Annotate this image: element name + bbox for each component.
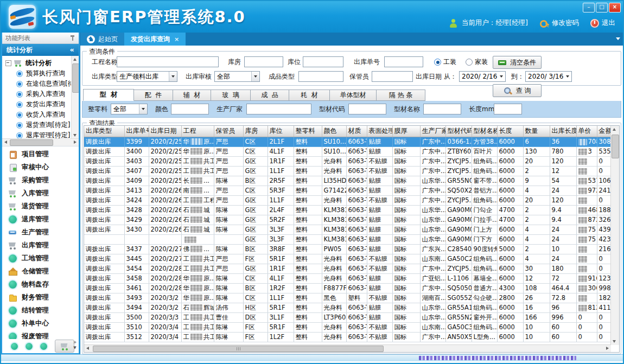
length-input[interactable]	[494, 104, 522, 114]
color-input[interactable]	[171, 104, 209, 114]
table-row[interactable]: 调拨出库35122020/3/4工共工程陈琳F区1L2F整料光身料6063-T5…	[84, 332, 619, 342]
table-row[interactable]: 调拨出库34292020/2/26石城陈琳G区5R2F整料KLM38176063…	[84, 215, 619, 225]
column-header-2[interactable]: 出库日期	[149, 126, 181, 137]
column-header-1[interactable]: 出库单号	[124, 126, 149, 137]
column-header-15[interactable]: 长度	[497, 126, 523, 137]
tree-item-2[interactable]: 采购入库查询	[5, 89, 79, 99]
module-dot-button[interactable]	[40, 343, 47, 350]
tree-horizontal-scrollbar[interactable]	[2, 138, 79, 146]
column-header-17[interactable]: 出库长度	[550, 126, 576, 137]
column-header-13[interactable]: 型材代码	[445, 126, 472, 137]
keeper-input[interactable]	[372, 71, 413, 82]
sidebar-module-7[interactable]: 出库管理	[2, 239, 79, 252]
tree-vertical-scrollbar[interactable]	[71, 56, 79, 139]
sidebar-module-11[interactable]: 财务管理	[2, 291, 79, 304]
sidebar-module-6[interactable]: 生产管理	[2, 226, 79, 239]
column-header-8[interactable]: 颜色	[322, 126, 346, 137]
material-tab-4[interactable]: 成 品	[251, 90, 289, 101]
close-button[interactable]: ×	[609, 3, 621, 12]
column-header-11[interactable]: 膜厚	[392, 126, 420, 137]
module-dot-button[interactable]	[11, 343, 18, 350]
sidebar-module-0[interactable]: 项目管理	[2, 148, 79, 161]
table-row[interactable]: 调拨出库34372020/2/27佛...陈琳B区3R8F整料PW056063-…	[84, 244, 619, 254]
material-tab-1[interactable]: 配 件	[134, 90, 173, 101]
tree-root-stats[interactable]: 统计分析	[5, 58, 79, 68]
minimize-button[interactable]: –	[583, 3, 595, 12]
material-tab-5[interactable]: 耗 材	[289, 90, 330, 101]
radio-gongzhuang[interactable]: 工装	[434, 56, 456, 68]
material-tab-7[interactable]: 隔 热 条	[377, 90, 425, 101]
table-row[interactable]: 调拨出库34452020/2/27工共工程严思F区5R1F整料光身料6063-T…	[84, 254, 619, 264]
sidebar-module-1[interactable]: 审核中心	[2, 161, 79, 174]
sidebar-module-12[interactable]: 结转管理	[2, 304, 79, 317]
sidebar-module-8[interactable]: 工地管理	[2, 252, 79, 265]
column-header-18[interactable]: 单价	[576, 126, 597, 137]
tree-item-1[interactable]: 在途信息查询[待	[5, 79, 79, 89]
sidebar-module-2[interactable]: 采购管理	[2, 174, 79, 187]
order-no-input[interactable]	[384, 56, 423, 67]
collapse-icon[interactable]: «	[70, 44, 74, 56]
whole-select[interactable]: 全部	[111, 104, 148, 114]
code-input[interactable]	[348, 104, 386, 114]
column-header-6[interactable]: 库位	[268, 126, 294, 137]
column-header-3[interactable]: 工程	[181, 126, 214, 137]
more-modules-button[interactable]: » ▼	[73, 339, 77, 351]
sidebar-module-9[interactable]: 仓储管理	[2, 265, 79, 278]
out-type-select[interactable]: 生产领料出库	[117, 71, 177, 82]
table-row[interactable]: 调拨出库34542020/2/28工共工程严思G区1R1F整料光身料6063-T…	[84, 264, 619, 273]
sidebar-module-5[interactable]: 退库管理	[2, 213, 79, 226]
warehouse-input[interactable]	[244, 56, 283, 67]
column-header-7[interactable]: 整零料	[294, 126, 322, 137]
table-horizontal-scrollbar[interactable]	[84, 344, 611, 352]
tree-item-3[interactable]: 发货出库查询	[5, 99, 79, 110]
tab-close-icon[interactable]: ×	[174, 36, 179, 43]
material-tab-3[interactable]: 玻 璃	[211, 90, 251, 101]
table-row[interactable]: 调拨出库35102020/3/4工共工程陈琳F区5R1F整料光身料6063-T5…	[84, 322, 619, 332]
column-header-16[interactable]: 数量	[523, 126, 550, 137]
table-row[interactable]: 调拨出库33992020/2/25华原...严思C区2L1F整料SU10...6…	[84, 137, 619, 146]
logout-button[interactable]: 退出	[590, 18, 615, 28]
table-row[interactable]: 调拨出库34612020/2/28华原...陈琳B区1R2F整料F8877FT6…	[84, 283, 619, 293]
table-row[interactable]: 调拨出库34942020/3/2石辉城汤伟H区5R1F整料光身料6063-T5贴…	[84, 303, 619, 312]
column-header-4[interactable]: 保管员	[214, 126, 243, 137]
column-header-10[interactable]: 表面处理	[367, 126, 392, 137]
sidebar-module-10[interactable]: 物料盘存	[2, 278, 79, 291]
project-name-input[interactable]	[117, 56, 219, 67]
table-row[interactable]: 调拨出库34092020/2/25长...陈琳B区2R5F整料LI35HD606…	[84, 176, 619, 186]
table-row[interactable]: 调拨出库34032020/2/25工共工程严思G区1R1F整料光身料6063-T…	[84, 156, 619, 166]
change-password-button[interactable]: 修改密码	[539, 18, 579, 28]
sidebar-module-14[interactable]: 报废管理	[2, 330, 79, 339]
name-input[interactable]	[423, 104, 461, 114]
sidebar-module-4[interactable]: 退货管理	[2, 200, 79, 213]
tree-item-0[interactable]: 预算执行查询	[5, 68, 79, 79]
material-tab-6[interactable]: 单体型材	[330, 90, 377, 101]
table-row[interactable]: 调拨出库35002020/3/3工共工程曹佳D区3L1F整料LT3P606063…	[84, 312, 619, 322]
column-header-5[interactable]: 库房	[243, 126, 268, 137]
product-type-input[interactable]	[298, 71, 343, 82]
audit-select[interactable]: 全部	[214, 71, 260, 82]
tab-home[interactable]: 起始页	[80, 33, 124, 46]
column-header-0[interactable]: 出库类型	[84, 126, 124, 137]
maximize-button[interactable]: □	[596, 3, 608, 12]
module-dot-button[interactable]	[26, 343, 33, 350]
table-row[interactable]: 调拨出库34302020/2/26石城陈琳G区3L3F整料KLM38176063…	[84, 225, 619, 234]
material-tab-0[interactable]: 型 材	[83, 89, 134, 101]
table-row[interactable]: 调拨出库34582020/2/28华原...陈琳C区4L1F整料光身料6063-…	[84, 273, 619, 283]
tab-overflow-icon[interactable]	[616, 37, 620, 40]
table-row[interactable]: 调拨出库34072020/2/25工共工程严思G区1L1F整料光身料6063-T…	[84, 166, 619, 176]
tree-item-5[interactable]: 退货查询[待定]	[5, 120, 79, 130]
table-row[interactable]: G区3L3F整料KLM38176063-T5贴膜国标山东华...GA90M09.…	[84, 234, 619, 244]
column-header-9[interactable]: 材质	[346, 126, 367, 137]
date-to-picker[interactable]: 2020/ 3/16	[525, 71, 572, 82]
table-row[interactable]: 调拨出库34132020/2/26南...严思C区5R3F整料G71422606…	[84, 186, 619, 195]
date-from-picker[interactable]: 2020/ 2/16	[459, 71, 506, 82]
tree-item-4[interactable]: 收货入库查询	[5, 110, 79, 120]
column-header-12[interactable]: 生产厂家	[420, 126, 445, 137]
search-button[interactable]: 查 询	[493, 84, 542, 97]
pin-icon[interactable]	[70, 35, 75, 41]
tree-expander-icon[interactable]	[5, 60, 11, 66]
clear-conditions-button[interactable]: 清空条件	[493, 56, 542, 69]
tab-shipment-query[interactable]: 发货出库查询 ×	[124, 33, 186, 46]
table-row[interactable]: 调拨出库34282020/2/26石城陈琳G区2L4F整料KLM38176063…	[84, 205, 619, 215]
table-vertical-scrollbar[interactable]	[610, 126, 619, 345]
